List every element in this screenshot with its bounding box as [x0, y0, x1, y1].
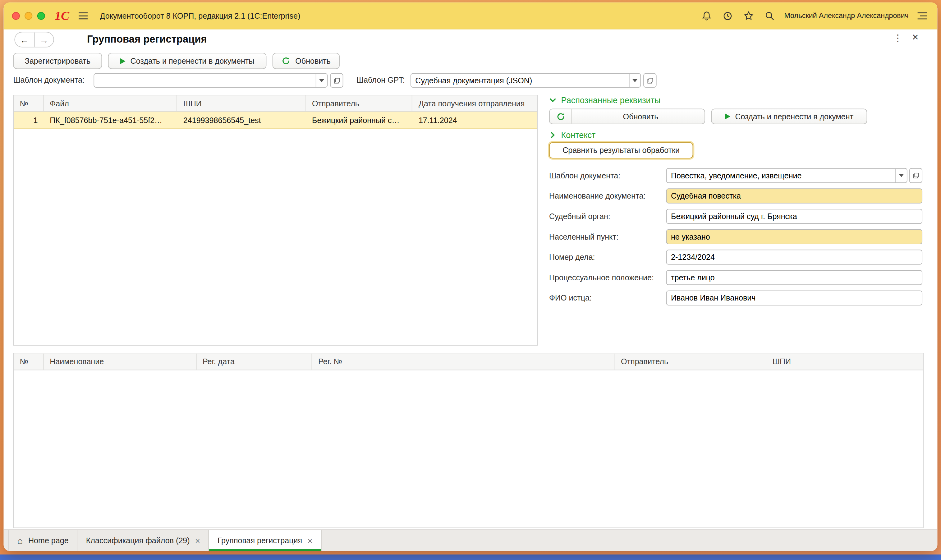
procedural-role-input[interactable]: третье лицо [666, 270, 923, 285]
dock-strip [0, 554, 941, 560]
registered-table: № Наименование Рег. дата Рег. № Отправит… [13, 353, 923, 528]
cell-file: ПК_f08576bb-751e-a451-55f2… [44, 112, 177, 128]
main-menu-icon[interactable] [78, 12, 88, 20]
column-header-name[interactable]: Наименование [44, 353, 197, 369]
column-header-sender[interactable]: Отправитель [306, 95, 413, 111]
cell-received-date: 17.11.2024 [413, 112, 537, 128]
doc-template-choose-button[interactable] [909, 168, 923, 183]
column-header-num[interactable]: № [14, 353, 43, 369]
history-clock-icon[interactable] [723, 11, 733, 21]
doc-template-filter-combo[interactable] [94, 73, 328, 88]
doc-name-input[interactable]: Судебная повестка [666, 188, 923, 203]
search-icon[interactable] [764, 11, 775, 21]
refresh-button[interactable]: Обновить [272, 53, 340, 69]
user-name[interactable]: Мольский Александр Александрович [784, 11, 909, 20]
dropdown-arrow-icon[interactable] [629, 74, 641, 87]
register-button[interactable]: Зарегистрировать [13, 53, 102, 69]
dropdown-arrow-icon[interactable] [895, 169, 907, 182]
chevron-down-icon [549, 97, 556, 104]
panel-refresh-button[interactable]: Обновить [549, 109, 705, 124]
window-zoom-button[interactable] [37, 12, 45, 20]
column-header-sender[interactable]: Отправитель [615, 353, 767, 369]
context-section-header[interactable]: Контекст [549, 130, 596, 140]
compare-results-button[interactable]: Сравнить результаты обработки [549, 142, 693, 158]
column-header-shpi[interactable]: ШПИ [177, 95, 306, 111]
field-label-doc-name: Наименование документа: [549, 188, 646, 203]
favorites-star-icon[interactable] [743, 11, 753, 21]
tab-group-registration-label: Групповая регистрация [218, 536, 302, 545]
chevron-right-icon [549, 131, 556, 138]
notifications-bell-icon[interactable] [701, 11, 712, 21]
create-and-transfer-doc-label: Создать и перенести в документ [735, 112, 853, 121]
cell-sender: Бежицкий районный с… [306, 112, 413, 128]
gpt-template-filter-combo[interactable]: Судебная документация (JSON) [411, 73, 641, 88]
court-input[interactable]: Бежицкий районный суд г. Брянска [666, 209, 923, 224]
gpt-template-filter-label: Шаблон GPT: [357, 73, 405, 88]
gpt-template-filter-value: Судебная документация (JSON) [411, 74, 629, 87]
tab-close-icon[interactable]: × [308, 536, 313, 545]
recognized-section-title: Распознанные реквизиты [561, 95, 661, 105]
court-value: Бежицкий районный суд г. Брянска [667, 209, 922, 223]
locality-input[interactable]: не указано [666, 229, 923, 244]
cell-num: 1 [14, 112, 43, 128]
tab-close-icon[interactable]: × [195, 536, 200, 545]
dropdown-arrow-icon[interactable] [316, 74, 327, 87]
compare-results-label: Сравнить результаты обработки [563, 146, 680, 155]
locality-value: не указано [667, 230, 922, 244]
choose-icon [912, 172, 919, 179]
play-icon [725, 114, 730, 119]
case-number-value: 2-1234/2024 [667, 250, 922, 264]
files-table-row[interactable]: 1 ПК_f08576bb-751e-a451-55f2… 2419939865… [14, 112, 537, 129]
gpt-template-choose-button[interactable] [643, 73, 657, 88]
create-and-transfer-doc-button[interactable]: Создать и перенести в документ [711, 109, 867, 124]
tab-home-label: Home page [28, 536, 69, 545]
field-label-doc-template: Шаблон документа: [549, 168, 620, 183]
case-number-input[interactable]: 2-1234/2024 [666, 249, 923, 265]
recognized-section-header[interactable]: Распознанные реквизиты [549, 95, 661, 105]
back-icon[interactable]: ← [15, 32, 34, 47]
home-icon: ⌂ [17, 536, 23, 545]
cell-shpi: 24199398656545_test [177, 112, 306, 128]
tab-file-classification[interactable]: Классификация файлов (29) × [78, 530, 209, 551]
tab-home-page[interactable]: ⌂ Home page [8, 530, 78, 551]
doc-template-combo[interactable]: Повестка, уведомление, извещение [666, 168, 907, 183]
create-and-transfer-docs-label: Создать и перенести в документы [131, 57, 255, 66]
registered-table-header: № Наименование Рег. дата Рег. № Отправит… [14, 353, 923, 370]
column-header-num[interactable]: № [14, 95, 43, 111]
create-and-transfer-docs-button[interactable]: Создать и перенести в документы [108, 53, 267, 69]
field-label-case-number: Номер дела: [549, 249, 595, 265]
tab-group-registration[interactable]: Групповая регистрация × [209, 530, 321, 551]
refresh-icon [281, 57, 291, 66]
procedural-role-value: третье лицо [667, 271, 922, 285]
page-title: Групповая регистрация [87, 29, 207, 50]
open-pages-tabbar: ⌂ Home page Классификация файлов (29) × … [4, 529, 938, 551]
column-header-received-date[interactable]: Дата получения отправления [413, 95, 537, 111]
column-header-shpi[interactable]: ШПИ [767, 353, 923, 369]
nav-history-control: ← → [14, 32, 54, 47]
choose-icon [647, 77, 653, 84]
plaintiff-name-input[interactable]: Иванов Иван Иванович [666, 291, 923, 306]
doc-template-choose-button[interactable] [330, 73, 343, 88]
window-minimize-button[interactable] [25, 12, 32, 20]
window-close-button[interactable] [12, 12, 20, 20]
app-window: 1С Документооборот 8 КОРП, редакция 2.1 … [4, 3, 938, 551]
column-header-reg-num[interactable]: Рег. № [312, 353, 615, 369]
register-button-label: Зарегистрировать [25, 57, 91, 66]
page-content: ← → Групповая регистрация ⋮ × Зарегистри… [4, 29, 938, 529]
more-menu-icon[interactable]: ⋮ [893, 32, 903, 44]
forward-icon[interactable]: → [34, 32, 54, 47]
service-menu-icon[interactable] [917, 12, 928, 20]
field-label-court: Судебный орган: [549, 209, 610, 224]
column-header-file[interactable]: Файл [44, 95, 177, 111]
doc-name-value: Судебная повестка [667, 189, 922, 203]
doc-template-value: Повестка, уведомление, извещение [667, 169, 895, 182]
field-label-plaintiff-name: ФИО истца: [549, 291, 592, 306]
app-title: Документооборот 8 КОРП, редакция 2.1 (1C… [100, 11, 300, 20]
play-icon [120, 58, 126, 64]
files-table-header: № Файл ШПИ Отправитель Дата получения от… [14, 95, 537, 112]
choose-icon [334, 77, 340, 84]
column-header-reg-date[interactable]: Рег. дата [197, 353, 312, 369]
close-page-icon[interactable]: × [912, 31, 918, 44]
refresh-button-label: Обновить [295, 57, 331, 66]
screen: 1С Документооборот 8 КОРП, редакция 2.1 … [0, 0, 941, 560]
